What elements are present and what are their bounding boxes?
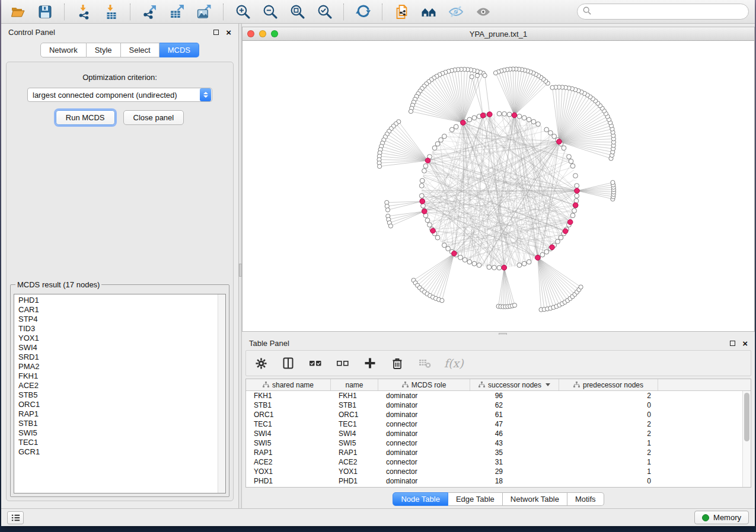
import-network-icon[interactable] <box>73 3 94 21</box>
export-network-icon[interactable] <box>139 3 160 21</box>
tab-node-table[interactable]: Node Table <box>393 492 448 506</box>
column-type-icon <box>263 382 269 388</box>
export-table-icon[interactable] <box>166 3 187 21</box>
table-row[interactable]: SWI5SWI5connector431 <box>246 438 742 448</box>
table-cell: STB1 <box>246 401 331 409</box>
mcds-result-item[interactable]: ACE2 <box>18 381 225 390</box>
select-all-rows-icon[interactable] <box>308 355 323 371</box>
run-mcds-button[interactable]: Run MCDS <box>56 110 115 125</box>
mcds-result-item[interactable]: FKH1 <box>18 371 225 381</box>
tab-network-table[interactable]: Network Table <box>503 492 567 506</box>
network-titlebar[interactable]: YPA_prune.txt_1 <box>243 27 754 41</box>
table-settings-gear-icon[interactable] <box>253 355 269 371</box>
table-cell: 0 <box>559 411 658 419</box>
zoom-out-icon[interactable] <box>259 3 280 21</box>
tab-style[interactable]: Style <box>87 43 121 57</box>
table-cell: ACE2 <box>331 458 378 466</box>
tab-mcds[interactable]: MCDS <box>160 43 199 57</box>
search-box[interactable] <box>577 4 749 20</box>
close-panel-icon[interactable]: × <box>226 28 231 37</box>
mcds-result-item[interactable]: SWI4 <box>18 343 225 352</box>
result-list-scrollbar[interactable] <box>218 294 225 493</box>
first-neighbors-icon[interactable] <box>418 3 439 21</box>
column-header-mcds-role[interactable]: MCDS role <box>378 379 470 390</box>
hide-selected-icon[interactable] <box>445 3 467 21</box>
tab-select[interactable]: Select <box>121 43 160 57</box>
float-table-panel-icon[interactable] <box>730 341 735 346</box>
table-cell: 31 <box>470 458 559 466</box>
add-column-icon[interactable] <box>362 355 378 371</box>
control-panel: Control Panel × Network Style Select MCD… <box>1 24 238 508</box>
table-cell: 2 <box>559 420 658 428</box>
table-panel-title: Table Panel <box>249 339 289 348</box>
mcds-result-item[interactable]: RAP1 <box>18 409 225 419</box>
table-row[interactable]: STB1STB1dominator620 <box>246 400 742 410</box>
deselect-all-rows-icon[interactable] <box>335 355 350 371</box>
table-scrollbar[interactable] <box>742 391 751 487</box>
mcds-result-item[interactable]: PHD1 <box>18 296 225 305</box>
mcds-result-item[interactable]: GCR1 <box>18 447 225 457</box>
mcds-result-item[interactable]: STP4 <box>18 315 225 324</box>
zoom-in-icon[interactable] <box>232 3 253 21</box>
show-columns-icon[interactable] <box>280 355 296 371</box>
mcds-result-item[interactable]: STB5 <box>18 390 225 400</box>
mcds-result-item[interactable]: STB1 <box>18 419 225 428</box>
mcds-result-item[interactable]: TEC1 <box>18 438 225 447</box>
import-table-icon[interactable] <box>100 3 122 21</box>
float-panel-icon[interactable] <box>213 30 219 35</box>
tab-edge-table[interactable]: Edge Table <box>448 492 503 506</box>
search-input[interactable] <box>595 7 743 16</box>
mcds-result-item[interactable]: CAR1 <box>18 305 225 315</box>
table-scrollbar-thumb[interactable] <box>744 393 749 441</box>
mcds-result-item[interactable]: SWI5 <box>18 428 225 438</box>
export-image-icon[interactable] <box>193 3 215 21</box>
table-cell: 61 <box>470 411 559 419</box>
table-row[interactable]: PHD1PHD1dominator180 <box>246 476 742 486</box>
save-session-icon[interactable] <box>34 3 56 21</box>
column-header-successor-nodes[interactable]: successor nodes <box>470 379 559 390</box>
column-header-predecessor-nodes[interactable]: predecessor nodes <box>559 379 658 390</box>
zoom-selected-icon[interactable] <box>314 3 335 21</box>
table-row[interactable]: TEC1TEC1connector472 <box>246 419 742 429</box>
close-table-panel-icon[interactable]: × <box>742 339 748 348</box>
table-cell: 1 <box>559 467 658 476</box>
table-cell: SWI5 <box>331 439 378 447</box>
zoom-fit-icon[interactable] <box>286 3 308 21</box>
memory-button[interactable]: Memory <box>694 511 749 524</box>
mcds-result-item[interactable]: TID3 <box>18 324 225 334</box>
mcds-result-item[interactable]: YOX1 <box>18 334 225 343</box>
table-panel: Table Panel × <box>242 335 755 508</box>
table-row[interactable]: ACE2ACE2connector311 <box>246 457 742 467</box>
apply-layout-icon[interactable] <box>352 3 374 21</box>
table-row[interactable]: YOX1YOX1connector291 <box>246 467 742 476</box>
mcds-result-item[interactable]: ORC1 <box>18 400 225 409</box>
show-all-icon[interactable] <box>473 3 494 21</box>
criterion-dropdown[interactable]: largest connected component (undirected) <box>27 88 212 102</box>
table-cell: dominator <box>378 411 470 419</box>
network-canvas[interactable] <box>243 41 754 331</box>
criterion-value: largest connected component (undirected) <box>28 91 200 100</box>
column-header-shared-name[interactable]: shared name <box>246 379 331 390</box>
table-cell: 47 <box>470 420 559 428</box>
optimization-criterion-label: Optimization criterion: <box>7 73 233 82</box>
table-cell: connector <box>378 420 470 428</box>
clone-network-icon[interactable] <box>391 3 412 21</box>
table-row[interactable]: SWI4SWI4dominator462 <box>246 429 742 438</box>
network-view-window: YPA_prune.txt_1 <box>242 27 755 332</box>
mcds-result-list[interactable]: PHD1CAR1STP4TID3YOX1SWI4SRD1PMA2FKH1ACE2… <box>14 294 226 493</box>
table-row[interactable]: ORC1ORC1dominator610 <box>246 410 742 419</box>
mcds-result-item[interactable]: SRD1 <box>18 352 225 362</box>
tab-network[interactable]: Network <box>40 43 87 57</box>
mcds-result-item[interactable]: PMA2 <box>18 362 225 371</box>
close-panel-button[interactable]: Close panel <box>123 110 184 125</box>
table-row[interactable]: RAP1RAP1dominator352 <box>246 448 742 457</box>
delete-column-icon[interactable] <box>390 355 405 371</box>
column-header-name[interactable]: name <box>331 379 378 390</box>
show-task-history-button[interactable] <box>7 511 24 524</box>
table-cell: dominator <box>378 401 470 409</box>
open-file-icon[interactable] <box>7 3 28 21</box>
tab-motifs[interactable]: Motifs <box>567 492 604 506</box>
table-cell: ACE2 <box>246 458 331 466</box>
table-row[interactable]: FKH1FKH1dominator962 <box>246 391 742 400</box>
table-cell: connector <box>378 458 470 466</box>
